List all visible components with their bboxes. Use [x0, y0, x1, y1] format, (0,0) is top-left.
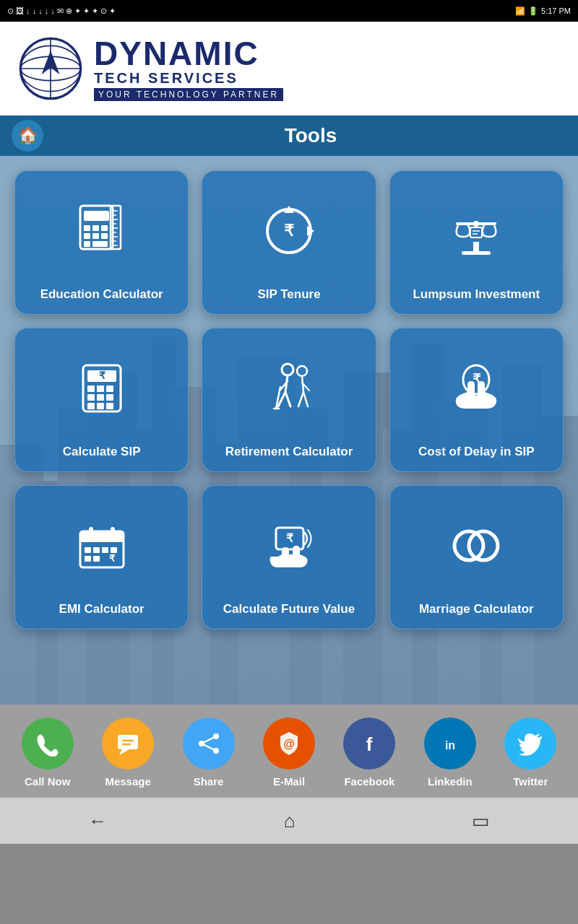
calculate-future-value-label: Calculate Future Value: [223, 601, 355, 617]
calculate-future-value-card[interactable]: ₹ Calculate Future Value: [202, 485, 376, 629]
home-nav-button[interactable]: ⌂: [269, 804, 310, 838]
tools-bar: 🏠 Tools: [0, 116, 578, 156]
svg-text:₹: ₹: [109, 553, 116, 564]
home-icon: 🏠: [12, 120, 43, 152]
svg-point-77: [297, 366, 307, 376]
svg-rect-68: [97, 403, 104, 409]
tools-grid: Education Calculator ₹ SIP Tenure: [14, 170, 564, 629]
svg-rect-67: [87, 403, 95, 409]
recent-apps-button[interactable]: ▭: [457, 804, 504, 838]
svg-rect-65: [97, 394, 104, 401]
tools-title: Tools: [55, 124, 566, 147]
svg-rect-31: [92, 233, 99, 239]
calculate-future-value-icon: ₹: [260, 497, 318, 594]
svg-rect-62: [97, 385, 104, 392]
retirement-calculator-label: Retirement Calculator: [225, 444, 353, 460]
share-item[interactable]: Share: [183, 718, 235, 788]
retirement-calculator-card[interactable]: Retirement Calculator: [202, 328, 376, 472]
svg-rect-86: [80, 537, 124, 542]
svg-point-51: [473, 221, 479, 227]
svg-rect-94: [93, 556, 100, 562]
message-icon: [102, 718, 154, 770]
svg-text:₹: ₹: [98, 370, 105, 381]
marriage-calculator-card[interactable]: Marriage Calculator: [389, 485, 564, 629]
linkedin-item[interactable]: in Linkedin: [424, 718, 476, 788]
lumpsum-investment-card[interactable]: Lumpsum Investment: [389, 170, 564, 315]
battery-icon: 🔋: [528, 6, 538, 16]
retirement-calculator-icon: [260, 340, 318, 437]
call-now-label: Call Now: [25, 775, 70, 788]
education-calculator-icon: [73, 183, 131, 279]
twitter-label: Twitter: [513, 775, 548, 788]
calculate-sip-card[interactable]: ₹ Calculate SIP: [14, 328, 189, 472]
calculate-sip-label: Calculate SIP: [63, 444, 141, 460]
svg-rect-89: [85, 547, 91, 553]
emi-calculator-icon: ₹: [73, 497, 131, 594]
message-label: Message: [105, 775, 150, 788]
svg-rect-66: [106, 394, 113, 401]
svg-rect-61: [87, 385, 95, 392]
svg-line-107: [202, 736, 216, 744]
action-bar: Call Now Message Share: [0, 705, 578, 798]
svg-point-70: [282, 364, 293, 375]
cost-of-delay-sip-card[interactable]: ₹ Cost of Delay in SIP: [389, 328, 564, 472]
brand-tagline: YOUR TECHNOLOGY PARTNER: [94, 88, 283, 101]
linkedin-icon: in: [424, 718, 476, 770]
main-content: Education Calculator ₹ SIP Tenure: [0, 156, 578, 705]
share-label: Share: [194, 775, 224, 788]
call-now-item[interactable]: Call Now: [22, 718, 74, 788]
system-icons: 📶 🔋 5:17 PM: [515, 6, 571, 16]
email-item[interactable]: @ E-Mail: [263, 718, 315, 788]
linkedin-label: Linkedin: [428, 775, 473, 788]
lumpsum-investment-label: Lumpsum Investment: [413, 287, 540, 302]
brand-text: DYNAMIC TECH SERVICES YOUR TECHNOLOGY PA…: [94, 37, 283, 101]
back-button[interactable]: ←: [74, 804, 121, 838]
education-calculator-label: Education Calculator: [40, 287, 163, 302]
call-now-icon: [22, 718, 74, 770]
sip-tenure-icon: ₹: [260, 183, 318, 279]
cost-of-delay-sip-icon: ₹: [447, 340, 505, 437]
twitter-item[interactable]: Twitter: [504, 718, 556, 788]
home-button[interactable]: 🏠: [12, 120, 43, 152]
svg-text:₹: ₹: [286, 532, 294, 544]
email-icon: @: [263, 718, 315, 770]
svg-text:f: f: [366, 733, 373, 755]
svg-rect-63: [106, 385, 113, 392]
svg-text:₹: ₹: [284, 222, 295, 240]
svg-rect-33: [84, 241, 90, 247]
notification-icons: ⊙ 🖼 ↓ ↓ ↓ ↓ ↓ ✉ ⊕ ✦ ✦ ✦ ⊙ ✦: [7, 6, 116, 16]
brand-sub: TECH SERVICES: [94, 70, 283, 87]
header-logo: DYNAMIC TECH SERVICES YOUR TECHNOLOGY PA…: [0, 22, 578, 116]
marriage-calculator-icon: [447, 497, 505, 594]
svg-rect-55: [470, 227, 482, 237]
svg-rect-27: [84, 225, 90, 231]
svg-text:in: in: [445, 739, 455, 751]
globe-icon: [14, 32, 87, 105]
facebook-item[interactable]: f Facebook: [343, 718, 395, 788]
brand-name: DYNAMIC: [94, 37, 283, 70]
svg-rect-87: [89, 527, 93, 537]
emi-calculator-card[interactable]: ₹ EMI Calculator: [14, 485, 189, 629]
facebook-icon: f: [343, 718, 395, 770]
svg-rect-26: [84, 211, 109, 221]
message-item[interactable]: Message: [102, 718, 154, 788]
svg-rect-100: [118, 735, 138, 749]
svg-rect-91: [102, 547, 108, 553]
svg-marker-101: [119, 749, 129, 755]
nav-bar: ← ⌂ ▭: [0, 798, 578, 844]
lumpsum-investment-icon: [447, 183, 505, 279]
cost-of-delay-sip-label: Cost of Delay in SIP: [418, 444, 535, 460]
emi-calculator-label: EMI Calculator: [59, 601, 144, 617]
svg-rect-90: [93, 547, 100, 553]
facebook-label: Facebook: [344, 775, 394, 788]
sip-tenure-card[interactable]: ₹ SIP Tenure: [202, 170, 376, 315]
svg-rect-49: [462, 251, 491, 255]
svg-line-80: [303, 392, 308, 406]
svg-rect-28: [92, 225, 99, 231]
svg-text:@: @: [283, 738, 295, 750]
svg-line-79: [298, 392, 303, 406]
twitter-icon: [504, 718, 556, 770]
svg-rect-29: [101, 225, 108, 231]
wifi-icon: 📶: [515, 6, 525, 16]
education-calculator-card[interactable]: Education Calculator: [14, 170, 189, 315]
